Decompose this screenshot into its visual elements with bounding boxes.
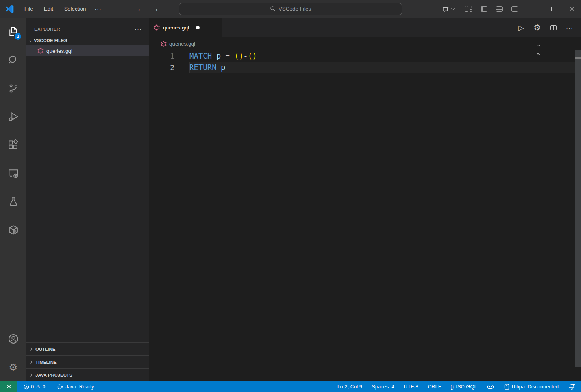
- section-vscode-files[interactable]: VSCODE FILES: [26, 36, 149, 45]
- warning-count: 0: [43, 384, 45, 390]
- copilot-icon: [442, 5, 450, 13]
- activity-remote-explorer-button[interactable]: [0, 159, 26, 188]
- remote-explorer-icon: [7, 167, 19, 179]
- editor-more-actions-button[interactable]: ···: [566, 24, 573, 31]
- ultipa-status-button[interactable]: Ultipa: Disconnected: [501, 381, 562, 392]
- panel-timeline[interactable]: TIMELINE: [26, 355, 149, 368]
- minimize-button[interactable]: [527, 0, 545, 18]
- breadcrumb-item[interactable]: queries.gql: [169, 41, 195, 47]
- file-name: queries.gql: [46, 48, 72, 54]
- warning-icon: ⚠: [36, 384, 41, 390]
- problems-button[interactable]: 0 ⚠ 0: [20, 381, 48, 392]
- activity-testing-button[interactable]: [0, 188, 26, 216]
- menu-bar: FileEditSelection: [20, 4, 91, 13]
- graphql-file-icon: [154, 24, 160, 31]
- search-placeholder: VSCode Files: [279, 6, 311, 12]
- close-button[interactable]: [563, 0, 581, 18]
- run-debug-icon: [7, 111, 19, 123]
- editor-scrollbar[interactable]: [575, 50, 581, 367]
- toggle-primary-sidebar-button[interactable]: [481, 6, 487, 12]
- explorer-sidebar: EXPLORER ··· VSCODE FILES queries.gql OU…: [26, 18, 149, 381]
- scrollbar-cursor-marker: [575, 57, 581, 59]
- cursor-position-button[interactable]: Ln 2, Col 9: [334, 381, 365, 392]
- close-icon: [569, 6, 575, 12]
- nav-forward-icon[interactable]: →: [152, 5, 159, 13]
- chevron-down-icon: [451, 7, 455, 10]
- explorer-badge: 1: [15, 33, 21, 40]
- code-line-1[interactable]: 1MATCH p = ()-(): [149, 50, 581, 62]
- encoding-text: UTF-8: [404, 384, 418, 390]
- title-bar: FileEditSelection ··· ← → VSCode Files: [0, 0, 581, 18]
- activity-account-button[interactable]: [0, 325, 26, 353]
- copilot-menu-button[interactable]: [442, 5, 454, 13]
- menu-overflow[interactable]: ···: [91, 4, 105, 14]
- mouse-ibeam-cursor: [535, 45, 541, 55]
- nav-back-icon[interactable]: ←: [137, 5, 144, 13]
- activity-bar: 1: [0, 18, 26, 381]
- activity-source-control-button[interactable]: [0, 74, 26, 103]
- vscode-window: FileEditSelection ··· ← → VSCode Files: [0, 0, 581, 392]
- editor-group: queries.gql ▷ ⚙ ··· queries.gql 1MATCH p…: [149, 18, 581, 381]
- code-editor[interactable]: 1MATCH p = ()-()2RETURN p: [149, 50, 581, 381]
- menu-edit[interactable]: Edit: [39, 4, 58, 13]
- sidebar-more-actions-button[interactable]: ···: [132, 25, 144, 33]
- editor-settings-button[interactable]: ⚙: [533, 23, 541, 32]
- sidebar-panes: OUTLINETIMELINEJAVA PROJECTS: [26, 342, 149, 381]
- tab-label: queries.gql: [163, 25, 189, 31]
- language-mode-button[interactable]: {} ISO GQL: [448, 381, 480, 392]
- chevron-right-icon: [29, 348, 32, 351]
- activity-explorer-button[interactable]: 1: [0, 18, 26, 46]
- coffee-cup-icon: [57, 384, 63, 390]
- notifications-button[interactable]: [565, 381, 579, 392]
- line-number: 2: [149, 62, 174, 73]
- vscode-logo-icon: [5, 4, 14, 14]
- split-editor-button[interactable]: [550, 25, 557, 30]
- activity-settings-button[interactable]: ⚙: [0, 353, 26, 381]
- toggle-secondary-sidebar-button[interactable]: [511, 6, 518, 12]
- activity-containers-button[interactable]: [0, 216, 26, 244]
- copilot-status-button[interactable]: [483, 381, 498, 392]
- source-control-icon: [8, 83, 19, 94]
- command-center-search[interactable]: VSCode Files: [179, 3, 402, 15]
- maximize-icon: [551, 7, 556, 11]
- panel-outline[interactable]: OUTLINE: [26, 342, 149, 355]
- file-item-queries-gql[interactable]: queries.gql: [26, 45, 149, 56]
- remote-indicator-button[interactable]: [0, 381, 17, 392]
- copilot-icon: [487, 383, 494, 390]
- tab-queries-gql[interactable]: queries.gql: [149, 18, 222, 37]
- unsaved-dot-icon[interactable]: [196, 26, 200, 29]
- indentation-button[interactable]: Spaces: 4: [368, 381, 398, 392]
- line-content: MATCH p = ()-(): [189, 50, 581, 62]
- chevron-down-icon: [29, 38, 32, 41]
- breadcrumb[interactable]: queries.gql: [149, 37, 581, 50]
- panel-label: TIMELINE: [35, 360, 57, 364]
- menu-selection[interactable]: Selection: [59, 4, 91, 13]
- indentation-text: Spaces: 4: [372, 384, 394, 390]
- sidebar-title: EXPLORER: [34, 27, 132, 31]
- error-count: 0: [31, 384, 34, 390]
- gear-icon: ⚙: [9, 363, 17, 372]
- customize-layout-button[interactable]: [465, 6, 472, 12]
- run-query-button[interactable]: ▷: [518, 23, 524, 32]
- graphql-file-icon: [37, 48, 44, 54]
- error-icon: [24, 384, 29, 390]
- graphql-file-icon: [161, 41, 167, 47]
- java-status-button[interactable]: Java: Ready: [54, 381, 97, 392]
- toggle-panel-button[interactable]: [496, 6, 503, 12]
- status-bar: 0 ⚠ 0 Java: Ready Ln 2, Col 9 Spaces: 4: [0, 381, 581, 392]
- menu-file[interactable]: File: [20, 4, 38, 13]
- activity-search-button[interactable]: [0, 46, 26, 74]
- code-line-2[interactable]: 2RETURN p: [149, 62, 581, 73]
- activity-run-debug-button[interactable]: [0, 103, 26, 131]
- panel-label: JAVA PROJECTS: [35, 373, 72, 377]
- notification-dot-icon: [573, 384, 575, 386]
- maximize-button[interactable]: [545, 0, 563, 18]
- panel-java-projects[interactable]: JAVA PROJECTS: [26, 368, 149, 381]
- database-icon: [504, 383, 510, 390]
- cursor-position-text: Ln 2, Col 9: [337, 384, 362, 390]
- chevron-right-icon: [29, 374, 32, 377]
- remote-icon: [6, 384, 12, 390]
- eol-button[interactable]: CRLF: [425, 381, 444, 392]
- activity-extensions-button[interactable]: [0, 131, 26, 159]
- encoding-button[interactable]: UTF-8: [401, 381, 422, 392]
